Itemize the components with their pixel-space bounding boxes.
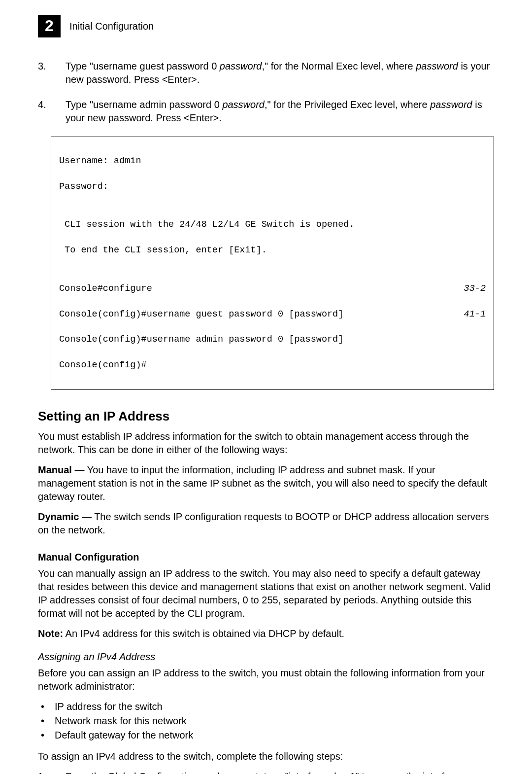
heading-assigning-ipv4: Assigning an IPv4 Address <box>38 650 494 664</box>
step-4: 4. Type "username admin password 0 passw… <box>38 98 494 125</box>
paragraph: To assign an IPv4 address to the switch,… <box>38 750 494 763</box>
code-text: Console#configure <box>59 282 152 295</box>
step-number: 4. <box>38 98 66 125</box>
param: password <box>416 61 458 71</box>
param: password <box>222 99 265 110</box>
code-line: Console(config)# <box>59 359 486 372</box>
code-line: CLI session with the 24/48 L2/L4 GE Swit… <box>59 218 486 231</box>
text: ," for the Normal Exec level, where <box>262 61 416 71</box>
code-text: Username: admin <box>59 155 141 168</box>
code-line: To end the CLI session, enter [Exit]. <box>59 244 486 257</box>
code-text: Console(config)# <box>59 359 147 372</box>
step-body: Type "username guest password 0 password… <box>66 60 494 86</box>
heading-manual-config: Manual Configuration <box>38 551 494 564</box>
paragraph: You must establish IP address informatio… <box>38 430 494 457</box>
paragraph-dynamic: Dynamic — The switch sends IP configurat… <box>38 510 494 537</box>
param: password <box>220 61 262 71</box>
code-line: Password: <box>59 180 486 193</box>
code-line: Console#configure33-2 <box>59 282 486 295</box>
bullet-icon: • <box>41 700 55 713</box>
text: Type "username guest password 0 <box>66 61 220 71</box>
paragraph-note: Note: An IPv4 address for this switch is… <box>38 627 494 640</box>
code-line: Username: admin <box>59 155 486 168</box>
chapter-title: Initial Configuration <box>69 20 154 33</box>
text: Network mask for this network <box>55 714 187 728</box>
code-text: Console(config)#username guest password … <box>59 308 343 321</box>
list-item: • IP address for the switch <box>41 700 494 713</box>
text: — The switch sends IP configuration requ… <box>38 511 489 535</box>
code-line: Console(config)#username guest password … <box>59 308 486 321</box>
label: Dynamic <box>38 511 79 522</box>
step-3: 3. Type "username guest password 0 passw… <box>38 60 494 86</box>
step-number: 3. <box>38 60 66 86</box>
label: Manual <box>38 464 72 475</box>
paragraph: You can manually assign an IP address to… <box>38 567 494 620</box>
chapter-number-box: 2 <box>38 15 61 37</box>
bullet-icon: • <box>41 714 55 728</box>
note-label: Note: <box>38 628 63 639</box>
text: An IPv4 address for this switch is obtai… <box>63 628 344 639</box>
code-text: Password: <box>59 180 108 193</box>
text: ," for the Privileged Exec level, where <box>265 99 430 110</box>
text: IP address for the switch <box>55 700 163 713</box>
list-item: • Network mask for this network <box>41 714 494 728</box>
code-text: Console(config)#username admin password … <box>59 333 343 346</box>
step-body: Type "username admin password 0 password… <box>66 98 494 125</box>
code-text: CLI session with the 24/48 L2/L4 GE Swit… <box>59 218 355 231</box>
code-text: To end the CLI session, enter [Exit]. <box>59 244 267 257</box>
code-ref: 41-1 <box>464 308 486 321</box>
text: Default gateway for the network <box>55 729 193 742</box>
step-body: From the Global Configuration mode promp… <box>66 770 494 774</box>
heading-setting-ip: Setting an IP Address <box>38 408 494 425</box>
step-number: 1. <box>38 770 66 774</box>
text: Type "username admin password 0 <box>66 99 222 110</box>
bullet-icon: • <box>41 729 55 742</box>
paragraph: Before you can assign an IP address to t… <box>38 667 494 693</box>
code-line: Console(config)#username admin password … <box>59 333 486 346</box>
step-1: 1. From the Global Configuration mode pr… <box>38 770 494 774</box>
bullet-list: • IP address for the switch • Network ma… <box>38 700 494 742</box>
paragraph-manual: Manual — You have to input the informati… <box>38 463 494 503</box>
cli-output-box: Username: admin Password: CLI session wi… <box>51 137 494 390</box>
text: — You have to input the information, inc… <box>38 464 487 502</box>
page-header: 2 Initial Configuration <box>38 15 494 37</box>
param: password <box>430 99 472 110</box>
code-ref: 33-2 <box>464 282 486 295</box>
list-item: • Default gateway for the network <box>41 729 494 742</box>
